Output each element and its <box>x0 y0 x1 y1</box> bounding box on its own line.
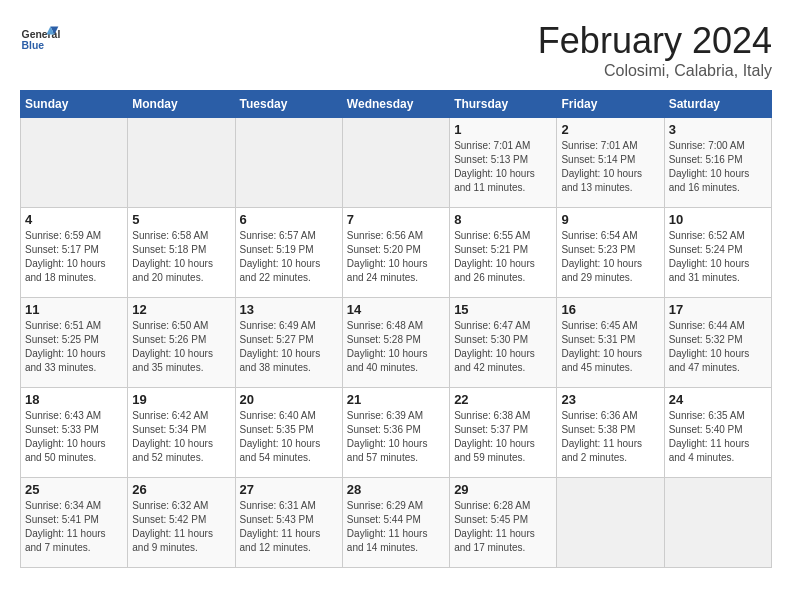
day-info: Sunrise: 6:54 AM Sunset: 5:23 PM Dayligh… <box>561 229 659 285</box>
day-info: Sunrise: 6:44 AM Sunset: 5:32 PM Dayligh… <box>669 319 767 375</box>
day-info: Sunrise: 6:50 AM Sunset: 5:26 PM Dayligh… <box>132 319 230 375</box>
calendar-cell: 9Sunrise: 6:54 AM Sunset: 5:23 PM Daylig… <box>557 208 664 298</box>
day-number: 4 <box>25 212 123 227</box>
day-info: Sunrise: 6:29 AM Sunset: 5:44 PM Dayligh… <box>347 499 445 555</box>
day-number: 6 <box>240 212 338 227</box>
day-number: 3 <box>669 122 767 137</box>
calendar-cell: 23Sunrise: 6:36 AM Sunset: 5:38 PM Dayli… <box>557 388 664 478</box>
calendar-cell: 28Sunrise: 6:29 AM Sunset: 5:44 PM Dayli… <box>342 478 449 568</box>
day-info: Sunrise: 6:56 AM Sunset: 5:20 PM Dayligh… <box>347 229 445 285</box>
calendar-cell: 24Sunrise: 6:35 AM Sunset: 5:40 PM Dayli… <box>664 388 771 478</box>
calendar-week-4: 25Sunrise: 6:34 AM Sunset: 5:41 PM Dayli… <box>21 478 772 568</box>
calendar-cell: 17Sunrise: 6:44 AM Sunset: 5:32 PM Dayli… <box>664 298 771 388</box>
day-info: Sunrise: 6:40 AM Sunset: 5:35 PM Dayligh… <box>240 409 338 465</box>
calendar-cell: 13Sunrise: 6:49 AM Sunset: 5:27 PM Dayli… <box>235 298 342 388</box>
title-block: February 2024 Colosimi, Calabria, Italy <box>538 20 772 80</box>
svg-text:Blue: Blue <box>22 40 45 51</box>
calendar-cell: 2Sunrise: 7:01 AM Sunset: 5:14 PM Daylig… <box>557 118 664 208</box>
calendar-cell: 7Sunrise: 6:56 AM Sunset: 5:20 PM Daylig… <box>342 208 449 298</box>
calendar-cell: 15Sunrise: 6:47 AM Sunset: 5:30 PM Dayli… <box>450 298 557 388</box>
day-number: 1 <box>454 122 552 137</box>
day-number: 16 <box>561 302 659 317</box>
day-info: Sunrise: 6:32 AM Sunset: 5:42 PM Dayligh… <box>132 499 230 555</box>
day-info: Sunrise: 6:39 AM Sunset: 5:36 PM Dayligh… <box>347 409 445 465</box>
header-saturday: Saturday <box>664 91 771 118</box>
day-info: Sunrise: 6:38 AM Sunset: 5:37 PM Dayligh… <box>454 409 552 465</box>
day-info: Sunrise: 6:42 AM Sunset: 5:34 PM Dayligh… <box>132 409 230 465</box>
calendar-cell <box>21 118 128 208</box>
header-monday: Monday <box>128 91 235 118</box>
day-number: 5 <box>132 212 230 227</box>
day-info: Sunrise: 6:49 AM Sunset: 5:27 PM Dayligh… <box>240 319 338 375</box>
day-number: 2 <box>561 122 659 137</box>
calendar-cell: 29Sunrise: 6:28 AM Sunset: 5:45 PM Dayli… <box>450 478 557 568</box>
calendar-title: February 2024 <box>538 20 772 62</box>
day-number: 15 <box>454 302 552 317</box>
weekday-header-row: Sunday Monday Tuesday Wednesday Thursday… <box>21 91 772 118</box>
calendar-cell <box>557 478 664 568</box>
calendar-table: Sunday Monday Tuesday Wednesday Thursday… <box>20 90 772 568</box>
calendar-cell: 16Sunrise: 6:45 AM Sunset: 5:31 PM Dayli… <box>557 298 664 388</box>
calendar-cell: 27Sunrise: 6:31 AM Sunset: 5:43 PM Dayli… <box>235 478 342 568</box>
day-info: Sunrise: 6:48 AM Sunset: 5:28 PM Dayligh… <box>347 319 445 375</box>
calendar-cell: 6Sunrise: 6:57 AM Sunset: 5:19 PM Daylig… <box>235 208 342 298</box>
day-number: 19 <box>132 392 230 407</box>
day-number: 9 <box>561 212 659 227</box>
day-info: Sunrise: 6:47 AM Sunset: 5:30 PM Dayligh… <box>454 319 552 375</box>
day-number: 29 <box>454 482 552 497</box>
calendar-week-2: 11Sunrise: 6:51 AM Sunset: 5:25 PM Dayli… <box>21 298 772 388</box>
day-number: 28 <box>347 482 445 497</box>
calendar-cell: 20Sunrise: 6:40 AM Sunset: 5:35 PM Dayli… <box>235 388 342 478</box>
day-number: 24 <box>669 392 767 407</box>
calendar-cell: 10Sunrise: 6:52 AM Sunset: 5:24 PM Dayli… <box>664 208 771 298</box>
day-number: 27 <box>240 482 338 497</box>
day-number: 26 <box>132 482 230 497</box>
calendar-cell: 3Sunrise: 7:00 AM Sunset: 5:16 PM Daylig… <box>664 118 771 208</box>
day-info: Sunrise: 7:01 AM Sunset: 5:13 PM Dayligh… <box>454 139 552 195</box>
calendar-cell: 8Sunrise: 6:55 AM Sunset: 5:21 PM Daylig… <box>450 208 557 298</box>
day-number: 23 <box>561 392 659 407</box>
logo-icon: General Blue <box>20 20 60 60</box>
header-sunday: Sunday <box>21 91 128 118</box>
calendar-cell: 26Sunrise: 6:32 AM Sunset: 5:42 PM Dayli… <box>128 478 235 568</box>
header-wednesday: Wednesday <box>342 91 449 118</box>
day-number: 17 <box>669 302 767 317</box>
calendar-week-0: 1Sunrise: 7:01 AM Sunset: 5:13 PM Daylig… <box>21 118 772 208</box>
day-number: 18 <box>25 392 123 407</box>
day-info: Sunrise: 6:36 AM Sunset: 5:38 PM Dayligh… <box>561 409 659 465</box>
header-tuesday: Tuesday <box>235 91 342 118</box>
calendar-week-1: 4Sunrise: 6:59 AM Sunset: 5:17 PM Daylig… <box>21 208 772 298</box>
day-info: Sunrise: 7:00 AM Sunset: 5:16 PM Dayligh… <box>669 139 767 195</box>
calendar-cell: 1Sunrise: 7:01 AM Sunset: 5:13 PM Daylig… <box>450 118 557 208</box>
day-number: 20 <box>240 392 338 407</box>
calendar-cell: 14Sunrise: 6:48 AM Sunset: 5:28 PM Dayli… <box>342 298 449 388</box>
day-info: Sunrise: 6:52 AM Sunset: 5:24 PM Dayligh… <box>669 229 767 285</box>
calendar-cell <box>235 118 342 208</box>
day-info: Sunrise: 6:31 AM Sunset: 5:43 PM Dayligh… <box>240 499 338 555</box>
calendar-cell: 18Sunrise: 6:43 AM Sunset: 5:33 PM Dayli… <box>21 388 128 478</box>
day-info: Sunrise: 6:59 AM Sunset: 5:17 PM Dayligh… <box>25 229 123 285</box>
header-friday: Friday <box>557 91 664 118</box>
day-number: 12 <box>132 302 230 317</box>
calendar-cell: 5Sunrise: 6:58 AM Sunset: 5:18 PM Daylig… <box>128 208 235 298</box>
header-thursday: Thursday <box>450 91 557 118</box>
day-info: Sunrise: 7:01 AM Sunset: 5:14 PM Dayligh… <box>561 139 659 195</box>
day-number: 21 <box>347 392 445 407</box>
day-number: 14 <box>347 302 445 317</box>
calendar-cell: 21Sunrise: 6:39 AM Sunset: 5:36 PM Dayli… <box>342 388 449 478</box>
day-number: 10 <box>669 212 767 227</box>
day-number: 25 <box>25 482 123 497</box>
calendar-cell: 12Sunrise: 6:50 AM Sunset: 5:26 PM Dayli… <box>128 298 235 388</box>
calendar-cell <box>128 118 235 208</box>
calendar-week-3: 18Sunrise: 6:43 AM Sunset: 5:33 PM Dayli… <box>21 388 772 478</box>
day-info: Sunrise: 6:57 AM Sunset: 5:19 PM Dayligh… <box>240 229 338 285</box>
day-number: 22 <box>454 392 552 407</box>
day-number: 7 <box>347 212 445 227</box>
day-info: Sunrise: 6:51 AM Sunset: 5:25 PM Dayligh… <box>25 319 123 375</box>
day-info: Sunrise: 6:45 AM Sunset: 5:31 PM Dayligh… <box>561 319 659 375</box>
calendar-subtitle: Colosimi, Calabria, Italy <box>538 62 772 80</box>
day-number: 8 <box>454 212 552 227</box>
day-info: Sunrise: 6:55 AM Sunset: 5:21 PM Dayligh… <box>454 229 552 285</box>
calendar-cell <box>664 478 771 568</box>
calendar-cell <box>342 118 449 208</box>
